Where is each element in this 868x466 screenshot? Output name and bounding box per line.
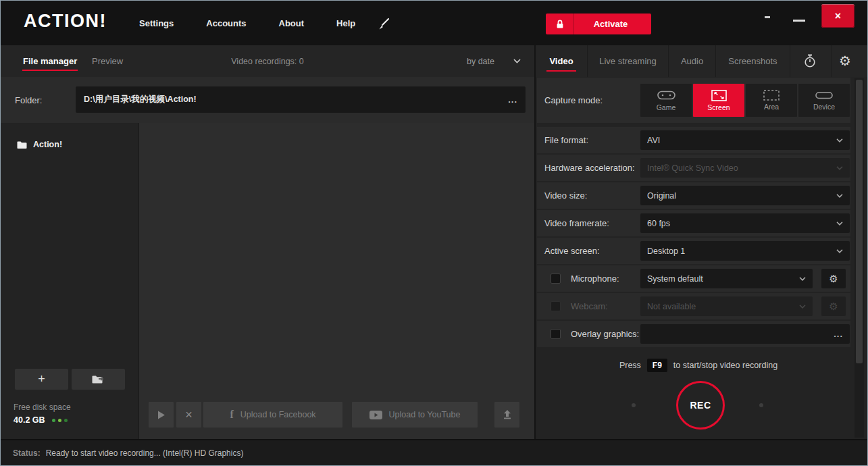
capture-mode-device[interactable]: Device	[798, 84, 850, 117]
play-icon	[157, 411, 165, 419]
sort-label: by date	[467, 57, 494, 66]
webcam-select: Not available	[640, 296, 813, 316]
brush-icon[interactable]	[374, 16, 392, 32]
scrollbar[interactable]	[854, 78, 864, 438]
video-size-select[interactable]: Original	[640, 186, 850, 205]
row-overlay-graphics: Overlay graphics: ...	[537, 321, 850, 347]
add-folder-button[interactable]: +	[15, 369, 68, 390]
tab-file-manager[interactable]: File manager	[22, 45, 78, 77]
file-manager-tabbar: File manager Preview Video recordings: 0…	[1, 45, 534, 77]
menu-accounts[interactable]: Accounts	[206, 18, 246, 28]
gear-icon: ⚙	[829, 273, 838, 285]
file-manager-panel: File manager Preview Video recordings: 0…	[1, 45, 534, 439]
active-screen-select[interactable]: Desktop 1	[640, 241, 850, 261]
video-size-label: Video size:	[544, 182, 587, 209]
export-upload-button[interactable]	[494, 402, 519, 428]
activate-label: Activate	[574, 19, 651, 29]
video-framerate-label: Video framerate:	[544, 210, 609, 236]
titlebar: ACTION! Settings Accounts About Help Act…	[1, 1, 867, 45]
video-framerate-select[interactable]: 60 fps	[640, 213, 850, 233]
gamepad-icon	[657, 89, 675, 101]
rec-button[interactable]: REC	[676, 381, 725, 430]
youtube-icon	[369, 411, 382, 419]
upload-facebook-button[interactable]: f Upload to Facebook	[203, 402, 342, 428]
folder-icon	[17, 140, 27, 149]
webcam-checkbox	[551, 301, 561, 311]
row-microphone: Microphone: System default ⚙	[537, 265, 850, 292]
app-logo: ACTION!	[24, 11, 107, 32]
app-window: ACTION! Settings Accounts About Help Act…	[0, 0, 868, 466]
microphone-select[interactable]: System default	[640, 269, 813, 288]
free-disk-value: 40.2 GB	[14, 415, 45, 425]
chevron-down-icon	[836, 249, 843, 253]
upload-facebook-label: Upload to Facebook	[240, 410, 316, 419]
chevron-down-icon	[799, 277, 806, 281]
row-webcam: Webcam: Not available ⚙	[537, 293, 850, 319]
hardware-acceleration-select: Intel® Quick Sync Video	[640, 158, 850, 178]
screen-icon	[711, 90, 727, 101]
area-icon	[763, 90, 780, 101]
play-button[interactable]	[149, 402, 174, 428]
delete-icon: ×	[185, 408, 193, 422]
browse-overlay-button[interactable]: ...	[834, 329, 843, 339]
capture-mode-screen[interactable]: Screen	[693, 84, 744, 117]
tray-minimize-button[interactable]	[765, 16, 770, 18]
tab-preview[interactable]: Preview	[91, 45, 124, 77]
open-folder-button[interactable]	[72, 369, 125, 390]
scrollbar-thumb[interactable]	[856, 80, 863, 363]
browse-folder-button[interactable]: ...	[501, 95, 517, 105]
capture-mode-row: Capture mode: Game Screen Area Device	[537, 78, 850, 123]
timer-icon[interactable]	[803, 54, 817, 71]
tab-video[interactable]: Video	[536, 45, 588, 77]
tab-live-streaming[interactable]: Live streaming	[588, 45, 669, 77]
folder-tree: Action! + Free disk space 40.2 GB	[1, 123, 138, 439]
overlay-graphics-label: Overlay graphics:	[571, 321, 639, 347]
settings-gear-icon[interactable]: ⚙	[839, 52, 851, 70]
file-format-label: File format:	[544, 127, 588, 153]
hotkey-prefix: Press	[619, 361, 641, 370]
device-icon	[815, 90, 833, 101]
folder-path-field[interactable]: D:\用户目录\我的视频\Action! ...	[76, 86, 526, 113]
status-bar: Status: Ready to start video recording..…	[1, 439, 867, 465]
microphone-label: Microphone:	[571, 265, 619, 292]
hotkey-key-badge: F9	[647, 359, 667, 372]
file-manager-body: Action! + Free disk space 40.2 GB	[1, 123, 534, 439]
delete-button[interactable]: ×	[176, 402, 201, 428]
settings-tabbar: Video Live streaming Audio Screenshots ⚙	[536, 45, 867, 77]
tree-item-label: Action!	[33, 140, 62, 149]
facebook-icon: f	[230, 409, 233, 421]
menu-help[interactable]: Help	[336, 18, 355, 28]
chevron-down-icon	[836, 222, 843, 226]
close-button[interactable]: ×	[821, 4, 854, 28]
capture-mode-game[interactable]: Game	[640, 84, 692, 117]
row-file-format: File format: AVI	[537, 127, 850, 153]
status-label: Status:	[13, 448, 41, 458]
chevron-down-icon	[513, 59, 521, 63]
upload-youtube-button[interactable]: Upload to YouTube	[352, 402, 478, 428]
minimize-button[interactable]	[793, 20, 805, 22]
video-recordings-count: Video recordings: 0	[1, 45, 534, 77]
microphone-settings-button[interactable]: ⚙	[821, 269, 846, 288]
menu-about[interactable]: About	[279, 18, 305, 28]
activate-button[interactable]: Activate	[546, 14, 651, 34]
sort-by-dropdown[interactable]: by date	[467, 45, 521, 77]
row-hardware-acceleration: Hardware acceleration: Intel® Quick Sync…	[537, 155, 850, 181]
tree-item-action[interactable]: Action!	[1, 135, 138, 154]
recordings-list-area[interactable]: × f Upload to Facebook Upload to YouTube	[139, 123, 534, 439]
tab-audio[interactable]: Audio	[669, 45, 716, 77]
chevron-down-icon	[836, 194, 843, 198]
file-format-select[interactable]: AVI	[640, 130, 850, 150]
tabbar-separator	[831, 45, 832, 77]
overlay-graphics-field[interactable]: ...	[640, 324, 850, 344]
upload-youtube-label: Upload to YouTube	[389, 410, 461, 419]
row-video-size: Video size: Original	[537, 182, 850, 209]
menu-settings[interactable]: Settings	[139, 18, 174, 28]
overlay-graphics-checkbox[interactable]	[551, 329, 561, 339]
tab-screenshots[interactable]: Screenshots	[716, 45, 790, 77]
capture-mode-area[interactable]: Area	[746, 84, 797, 117]
chevron-down-icon	[836, 138, 843, 143]
settings-panel: Video Live streaming Audio Screenshots ⚙…	[536, 45, 867, 439]
close-icon: ×	[835, 10, 841, 22]
rec-label: REC	[690, 400, 711, 411]
microphone-checkbox[interactable]	[551, 274, 561, 284]
